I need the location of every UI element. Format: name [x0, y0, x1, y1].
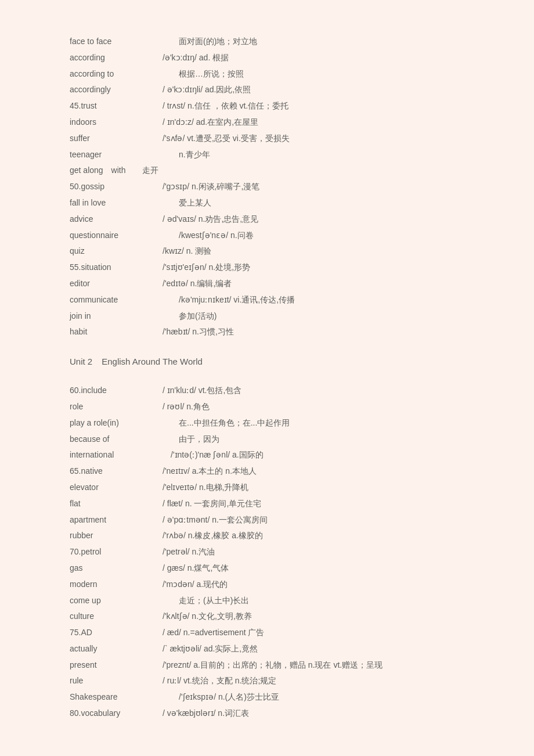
unit2-title: English Around The World	[102, 357, 203, 366]
vocab-word: gas	[70, 561, 163, 575]
vocab-entry: because of 由于，因为	[70, 433, 464, 447]
vocab-def: /'ʃeɪkspɪə/ n.(人名)莎士比亚	[163, 690, 464, 704]
vocab-word: quiz	[70, 244, 163, 258]
vocab-entry: 65.native/'neɪtɪv/ a.本土的 n.本地人	[70, 465, 464, 478]
vocab-def: 在...中担任角色；在...中起作用	[163, 416, 464, 430]
vocab-word: join in	[70, 309, 163, 323]
vocab-word: according to	[70, 67, 163, 81]
vocab-def: / rəʊl/ n.角色	[163, 400, 464, 414]
vocab-entry: modern/'mɔdən/ a.现代的	[70, 578, 464, 592]
vocab-def: /'edɪtə/ n.编辑,编者	[163, 277, 464, 291]
vocab-word: 70.petrol	[70, 545, 163, 559]
unit1-vocab-section: face to face 面对面(的)地；对立地according/ə'kɔ:d…	[70, 35, 464, 339]
vocab-entry: gas/ gæs/ n.煤气,气体	[70, 561, 464, 575]
vocab-entry: 55.situation/'sɪtjʊ'eɪʃən/ n.处境,形势	[70, 261, 464, 275]
unit2-vocab-section: 60.include/ ɪn'kluːd/ vt.包括,包含role/ rəʊl…	[70, 384, 464, 721]
vocab-word: 80.vocabulary	[70, 707, 163, 721]
vocab-entry: play a role(in) 在...中担任角色；在...中起作用	[70, 416, 464, 430]
vocab-word: communicate	[70, 293, 163, 307]
vocab-entry: elevator/'elɪveɪtə/ n.电梯,升降机	[70, 481, 464, 495]
vocab-entry: join in 参加(活动)	[70, 309, 464, 323]
vocab-word: play a role(in)	[70, 416, 163, 430]
vocab-word: rubber	[70, 529, 163, 543]
vocab-word: flat	[70, 497, 163, 511]
vocab-def: / trʌst/ n.信任 ，依赖 vt.信任；委托	[163, 99, 464, 113]
vocab-entry: 80.vocabulary/ və'kæbjʊlərɪ/ n.词汇表	[70, 707, 464, 721]
vocab-word: according	[70, 51, 163, 65]
vocab-word: advice	[70, 213, 163, 226]
vocab-entry: international /'ɪntə(ː)'næ ʃənl/ a.国际的	[70, 448, 464, 462]
vocab-def: /'sʌfə/ vt.遭受,忍受 vi.受害，受损失	[163, 132, 464, 146]
vocab-entry: flat/ flæt/ n. 一套房间,单元住宅	[70, 497, 464, 511]
vocab-entry: fall in love 爱上某人	[70, 196, 464, 210]
vocab-word: get along with 走开	[70, 164, 163, 178]
vocab-word: present	[70, 658, 163, 672]
vocab-def: /` æktjʊəli/ ad.实际上,竟然	[163, 642, 464, 656]
vocab-entry: accordingly/ ə'kɔ:dɪŋli/ ad.因此,依照	[70, 83, 464, 97]
vocab-def: /'rʌbə/ n.橡皮,橡胶 a.橡胶的	[163, 529, 464, 543]
vocab-entry: get along with 走开	[70, 164, 464, 178]
vocab-def: /kwestʃə'nɛə/ n.问卷	[163, 229, 464, 243]
vocab-def: /kwɪz/ n. 测验	[163, 244, 464, 258]
vocab-entry: teenager n.青少年	[70, 148, 464, 162]
vocab-def: /'ɪntə(ː)'næ ʃənl/ a.国际的	[163, 448, 464, 462]
vocab-entry: editor/'edɪtə/ n.编辑,编者	[70, 277, 464, 291]
vocab-word: because of	[70, 433, 163, 447]
vocab-def: /'hæbɪt/ n.习惯,习性	[163, 325, 464, 339]
vocab-entry: 70.petrol/'petrəl/ n.汽油	[70, 545, 464, 559]
vocab-def: /'neɪtɪv/ a.本土的 n.本地人	[163, 465, 464, 478]
vocab-entry: culture/'kʌltʃə/ n.文化,文明,教养	[70, 610, 464, 624]
vocab-def: /'gɔsɪp/ n.闲谈,碎嘴子,漫笔	[163, 180, 464, 194]
vocab-entry: advice/ əd'vaɪs/ n.劝告,忠告,意见	[70, 213, 464, 226]
vocab-word: actually	[70, 642, 163, 656]
vocab-def: / və'kæbjʊlərɪ/ n.词汇表	[163, 707, 464, 721]
vocab-entry: present/'preznt/ a.目前的；出席的；礼物，赠品 n.现在 vt…	[70, 658, 464, 672]
vocab-def: /'elɪveɪtə/ n.电梯,升降机	[163, 481, 464, 495]
vocab-def: /'mɔdən/ a.现代的	[163, 578, 464, 592]
vocab-word: role	[70, 400, 163, 414]
vocab-word: rule	[70, 674, 163, 688]
vocab-word: questionnaire	[70, 229, 163, 243]
vocab-def: / əd'vaɪs/ n.劝告,忠告,意见	[163, 213, 464, 226]
vocab-def: /'preznt/ a.目前的；出席的；礼物，赠品 n.现在 vt.赠送；呈现	[163, 658, 464, 672]
unit2-header: Unit 2 English Around The World	[70, 357, 464, 366]
vocab-entry: apartment/ ə'pɑːtmənt/ n.一套公寓房间	[70, 513, 464, 527]
vocab-def: / ɪn'kluːd/ vt.包括,包含	[163, 384, 464, 398]
vocab-def: / flæt/ n. 一套房间,单元住宅	[163, 497, 464, 511]
vocab-def: / ɪn'dɔ:z/ ad.在室内,在屋里	[163, 116, 464, 129]
vocab-def: / ə'kɔ:dɪŋli/ ad.因此,依照	[163, 83, 464, 97]
vocab-def: 爱上某人	[163, 196, 464, 210]
vocab-entry: 50.gossip/'gɔsɪp/ n.闲谈,碎嘴子,漫笔	[70, 180, 464, 194]
vocab-def: 走近；(从土中)长出	[163, 594, 464, 608]
vocab-word: come up	[70, 594, 163, 608]
vocab-word: accordingly	[70, 83, 163, 97]
vocab-word: face to face	[70, 35, 163, 49]
vocab-word: 50.gossip	[70, 180, 163, 194]
vocab-entry: communicate /kə'mjuːnɪkeɪt/ vi.通讯,传达,传播	[70, 293, 464, 307]
vocab-word: 45.trust	[70, 99, 163, 113]
vocab-entry: suffer/'sʌfə/ vt.遭受,忍受 vi.受害，受损失	[70, 132, 464, 146]
vocab-entry: according/ə'kɔ:dɪŋ/ ad. 根据	[70, 51, 464, 65]
vocab-entry: face to face 面对面(的)地；对立地	[70, 35, 464, 49]
vocab-def: /ə'kɔ:dɪŋ/ ad. 根据	[163, 51, 464, 65]
vocab-entry: 60.include/ ɪn'kluːd/ vt.包括,包含	[70, 384, 464, 398]
vocab-entry: habit/'hæbɪt/ n.习惯,习性	[70, 325, 464, 339]
vocab-word: culture	[70, 610, 163, 624]
vocab-word: 60.include	[70, 384, 163, 398]
vocab-word: Shakespeare	[70, 690, 163, 704]
unit2-number: Unit 2	[70, 357, 92, 366]
vocab-word: fall in love	[70, 196, 163, 210]
vocab-def: / æd/ n.=advertisement 广告	[163, 626, 464, 640]
vocab-word: suffer	[70, 132, 163, 146]
vocab-def: 参加(活动)	[163, 309, 464, 323]
vocab-def: n.青少年	[163, 148, 464, 162]
vocab-def: / ruːl/ vt.统治，支配 n.统治;规定	[163, 674, 464, 688]
vocab-entry: quiz/kwɪz/ n. 测验	[70, 244, 464, 258]
vocab-def: /kə'mjuːnɪkeɪt/ vi.通讯,传达,传播	[163, 293, 464, 307]
vocab-entry: questionnaire /kwestʃə'nɛə/ n.问卷	[70, 229, 464, 243]
vocab-word: 75.AD	[70, 626, 163, 640]
vocab-def: / gæs/ n.煤气,气体	[163, 561, 464, 575]
vocab-def: / ə'pɑːtmənt/ n.一套公寓房间	[163, 513, 464, 527]
vocab-entry: Shakespeare /'ʃeɪkspɪə/ n.(人名)莎士比亚	[70, 690, 464, 704]
vocab-def: /'sɪtjʊ'eɪʃən/ n.处境,形势	[163, 261, 464, 275]
